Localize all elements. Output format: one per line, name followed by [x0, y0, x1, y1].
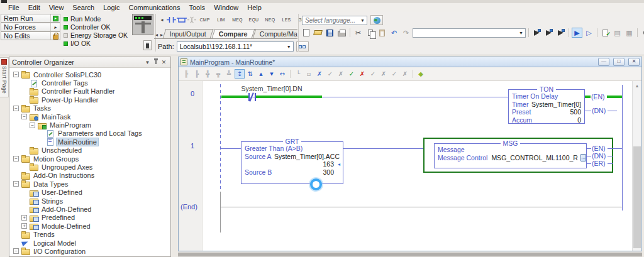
restore-icon[interactable]: □ [613, 58, 625, 66]
new-rung-icon[interactable]: ╟ [181, 69, 191, 79]
msg-instruction[interactable]: MSG Message Message ControlMSG_CONTROL_M… [434, 143, 587, 168]
tree-item-strings[interactable]: Strings [9, 197, 170, 205]
tree-item-mainprogram[interactable]: −MainProgram [9, 121, 170, 129]
move-up-icon[interactable]: ▲ [256, 69, 266, 79]
editor-titlebar[interactable]: MainProgram - MainRoutine* — □ ✕ [179, 57, 641, 67]
rung-number-0[interactable]: 0 [191, 90, 194, 97]
menu-item-edit[interactable]: Edit [24, 4, 45, 11]
instr-meq-button[interactable]: MEQ [230, 15, 245, 25]
find-all-button[interactable] [555, 28, 566, 38]
menu-item-logic[interactable]: Logic [99, 4, 124, 11]
edits-button[interactable]: No Edits [1, 31, 60, 40]
ton-timer-operand[interactable]: System_Timer[0] [531, 101, 581, 109]
check-syntax-button[interactable]: ✓ [600, 28, 611, 38]
collapse-icon[interactable]: − [13, 181, 19, 187]
cancel-edits-icon[interactable]: ✗ [357, 69, 367, 79]
menu-item-communications[interactable]: Communications [125, 4, 185, 11]
tree-item-module-defined[interactable]: +Module-Defined [9, 222, 170, 230]
collapse-icon[interactable]: − [13, 156, 19, 161]
close-icon[interactable]: ✕ [628, 58, 640, 66]
tree-item-mainroutine[interactable]: MainRoutine [9, 138, 170, 146]
collapse-icon[interactable]: − [21, 114, 27, 119]
tab-compute-math[interactable]: Compute/Math [253, 29, 297, 38]
controller-mode-button[interactable]: Rem Run ▸ [1, 14, 60, 23]
tree-item-parameters[interactable]: Parameters and Local Tags [9, 129, 170, 138]
tree-item-controller[interactable]: −Controller SolisPLC30 [9, 70, 170, 79]
menu-item-file[interactable]: File [4, 4, 24, 11]
ton-instruction[interactable]: TON Timer On Delay TimerSystem_Timer[0] … [508, 89, 585, 124]
save-button[interactable] [325, 28, 335, 38]
collapse-icon[interactable]: − [13, 72, 19, 77]
instr-les-button[interactable]: LES [279, 15, 294, 25]
cross-reference-button[interactable]: ▤ [612, 28, 623, 38]
scroll-up-icon[interactable]: ▲ [633, 81, 641, 90]
redo-button[interactable]: ↷ [401, 28, 411, 38]
collapse-icon[interactable]: − [13, 106, 19, 111]
tree-item-io-configuration[interactable]: −I/O Configuration [9, 247, 170, 255]
expand-icon[interactable]: + [21, 223, 27, 229]
find-previous-button[interactable] [543, 28, 554, 38]
toggle-rung-view-icon[interactable]: ↕ [235, 69, 245, 79]
rung-number-1[interactable]: 1 [191, 142, 194, 150]
language-input[interactable] [303, 17, 358, 24]
tab-input-output[interactable]: Input/Output [163, 29, 214, 38]
ton-preset-value[interactable]: 500 [570, 108, 581, 116]
menu-item-search[interactable]: Search [68, 4, 99, 11]
tree-item-unscheduled[interactable]: Unscheduled [9, 146, 170, 155]
language-combobox[interactable]: ▼ [302, 16, 367, 25]
menu-item-window[interactable]: Window [209, 4, 243, 11]
test-edits-icon[interactable]: ✓ [368, 69, 378, 79]
verify-routine-button[interactable]: ▶ [572, 28, 582, 38]
undo-button[interactable]: ↶ [389, 28, 399, 38]
quick-search-combobox[interactable]: ▼ [413, 28, 526, 38]
organizer-pin-icon[interactable] [152, 58, 160, 66]
tree-item-user-defined[interactable]: User-Defined [9, 188, 170, 196]
verify-rung-icon[interactable]: ◆ [416, 69, 426, 79]
forces-button[interactable]: No Forces ▸ [1, 23, 60, 31]
rung-below-icon[interactable]: ╩ [224, 69, 234, 79]
collapse-icon[interactable]: − [13, 248, 19, 254]
move-down-icon[interactable]: ▼ [267, 69, 277, 79]
grt-source-b-value[interactable]: 300 [323, 168, 334, 177]
branch-level-icon[interactable]: ╬ [203, 69, 213, 79]
zoom-in-button[interactable]: + [640, 28, 644, 38]
tree-item-ungrouped-axes[interactable]: Ungrouped Axes [9, 163, 170, 171]
tree-item-logical-model[interactable]: Logical Model [9, 239, 170, 247]
contact-tag-label[interactable]: System_Timer[0].DN [223, 85, 320, 92]
verify-controller-button[interactable]: ▷ [584, 28, 594, 38]
trace-rung-icon[interactable]: └ [293, 69, 303, 79]
tree-item-trends[interactable]: Trends [9, 230, 170, 238]
palette-scroll-left-icon[interactable]: ◂ [158, 15, 166, 25]
select-region-icon[interactable]: ▫ [304, 69, 314, 79]
menu-item-help[interactable]: Help [243, 4, 266, 11]
finalize-edits-icon[interactable]: ✗ [400, 69, 410, 79]
paste-button[interactable] [377, 28, 387, 38]
search-dropdown-icon[interactable]: ▼ [517, 29, 525, 37]
organizer-menu-icon[interactable]: ▼ [143, 60, 152, 65]
instr-equ-button[interactable]: EQU [246, 15, 262, 25]
tab-compare[interactable]: Compare [211, 29, 254, 38]
new-button[interactable] [301, 28, 311, 38]
untest-edits-icon[interactable]: ✗ [379, 69, 389, 79]
start-page-tab[interactable]: Start Page [0, 57, 9, 97]
organizer-close-icon[interactable]: ✕ [160, 59, 168, 65]
instr-cmp-button[interactable]: CMP [197, 15, 213, 25]
accept-pending-icon[interactable]: ✓ [325, 69, 335, 79]
msg-control-operand[interactable]: MSG_CONTROL_ML1100_R [491, 154, 578, 162]
tabs-scroll-left-icon[interactable]: ◂ [154, 32, 159, 38]
ton-accum-value[interactable]: 0 [577, 116, 581, 124]
path-combobox[interactable]: Localsub1\192.168.1.11* ▼ [177, 41, 294, 52]
battery-icon[interactable] [143, 40, 152, 50]
xic-contact-button[interactable] [167, 15, 176, 25]
expand-branch-icon[interactable]: ↔ [277, 69, 287, 79]
tree-item-controller-tags[interactable]: Controller Tags [9, 79, 170, 87]
copy-button[interactable] [365, 28, 375, 38]
cancel-pending-icon[interactable]: ✗ [336, 69, 346, 79]
tree-item-add-on-instructions[interactable]: Add-On Instructions [9, 172, 170, 180]
ladder-editor[interactable]: 0 1 (End) System_Timer[0].DN TON Timer O… [179, 81, 641, 251]
grt-instruction[interactable]: GRT Greater Than (A>B) Source ASystem_Ti… [241, 141, 343, 184]
accept-edits-icon[interactable]: ✓ [347, 69, 357, 79]
language-dropdown-icon[interactable]: ▼ [358, 16, 367, 25]
grt-source-a-operand[interactable]: System_Timer[0].ACC [274, 153, 340, 161]
menu-item-tools[interactable]: Tools [184, 4, 209, 11]
